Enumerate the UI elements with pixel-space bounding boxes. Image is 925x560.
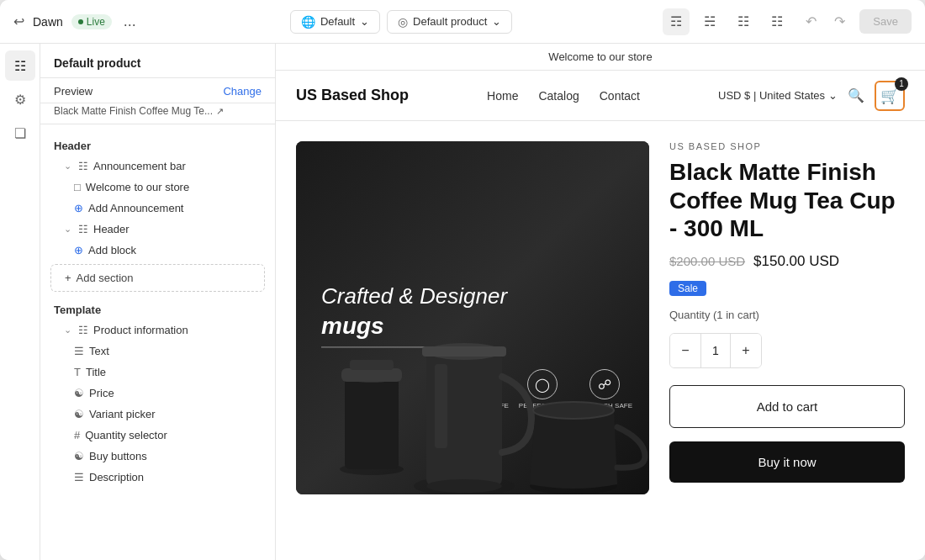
add-section-plus-icon: + xyxy=(65,272,71,284)
variant-picker-item[interactable]: ☯ Variant picker xyxy=(40,404,275,425)
browser-window: ↩ Dawn Live ... 🌐 Default ⌄ ◎ Default pr… xyxy=(0,0,925,560)
product-icon: ◎ xyxy=(398,15,408,29)
add-section-label: Add section xyxy=(77,272,134,284)
mobile-view-button[interactable]: ☷ xyxy=(730,8,757,35)
buy-buttons-item[interactable]: ☯ Buy buttons xyxy=(40,446,275,467)
add-announcement-icon: ⊕ xyxy=(74,202,83,214)
title-label: Title xyxy=(86,366,106,378)
nav-contact[interactable]: Contact xyxy=(600,89,640,103)
sale-price: $150.00 USD xyxy=(753,253,839,270)
globe-dropdown[interactable]: 🌐 Default ⌄ xyxy=(290,10,380,34)
product-dropdown[interactable]: ◎ Default product ⌄ xyxy=(387,10,512,34)
description-item[interactable]: ☰ Description xyxy=(40,467,275,488)
text-icon: ☰ xyxy=(74,345,84,357)
header-label: Header xyxy=(93,223,130,235)
svg-rect-4 xyxy=(422,346,506,357)
more-menu-button[interactable]: ... xyxy=(120,11,140,32)
add-announcement-item[interactable]: ⊕ Add Announcement xyxy=(40,198,275,219)
svg-rect-12 xyxy=(341,368,402,382)
product-info-item[interactable]: ⌄ ☷ Product information xyxy=(40,320,275,341)
add-block-icon: ⊕ xyxy=(74,244,83,256)
price-item[interactable]: ☯ Price xyxy=(40,383,275,404)
product-details: US BASED SHOP Black Matte Finish Coffee … xyxy=(669,141,905,540)
external-link-icon[interactable]: ↗ xyxy=(216,106,224,117)
save-button[interactable]: Save xyxy=(859,9,912,34)
top-bar: ↩ Dawn Live ... 🌐 Default ⌄ ◎ Default pr… xyxy=(0,0,925,44)
apps-icon[interactable]: ❏ xyxy=(5,118,35,148)
more-view-button[interactable]: ☷ xyxy=(764,8,790,35)
left-panel-title: Default product xyxy=(54,56,140,70)
redo-button[interactable]: ↷ xyxy=(826,8,853,35)
preview-area: Welcome to our store US Based Shop Home … xyxy=(276,44,925,560)
product-image-bg: Crafted & Designer mugs ⛇ MICROWAVE SAFE xyxy=(296,141,649,494)
quantity-label: Quantity (1 in cart) xyxy=(669,309,905,321)
price-icon: ☯ xyxy=(74,387,84,399)
store-right: USD $ | United States ⌄ 🔍 🛒 1 xyxy=(718,81,905,111)
shop-label: US BASED SHOP xyxy=(669,141,905,151)
variant-picker-label: Variant picker xyxy=(89,408,156,420)
buy-buttons-label: Buy buttons xyxy=(89,450,147,462)
price-label: Price xyxy=(89,387,114,399)
header-chevron-icon: ⌄ xyxy=(64,224,71,235)
add-section-button[interactable]: + Add section xyxy=(50,264,265,292)
top-bar-right: ☶ ☵ ☷ ☷ ↶ ↷ Save xyxy=(663,8,912,35)
quantity-selector-item[interactable]: # Quantity selector xyxy=(40,425,275,446)
icon-bar: ☷ ⚙ ❏ xyxy=(0,44,40,560)
description-label: Description xyxy=(89,471,144,483)
buy-now-button[interactable]: Buy it now xyxy=(669,441,905,483)
undo-button[interactable]: ↶ xyxy=(797,8,824,35)
svg-rect-10 xyxy=(345,377,399,469)
add-block-label: Add block xyxy=(88,244,136,256)
quantity-selector: − 1 + xyxy=(669,333,762,368)
search-button[interactable]: 🔍 xyxy=(848,87,864,103)
quantity-value: 1 xyxy=(700,334,731,367)
announcement-bar-label: Announcement bar xyxy=(93,160,186,172)
quantity-selector-label: Quantity selector xyxy=(85,429,167,441)
variant-picker-icon: ☯ xyxy=(74,408,84,420)
quantity-increase-button[interactable]: + xyxy=(731,334,761,367)
chevron-icon: ⌄ xyxy=(64,161,71,172)
undo-redo-group: ↶ ↷ xyxy=(797,8,853,35)
left-panel-scroll[interactable]: Header ⌄ ☷ Announcement bar □ Welcome to… xyxy=(40,124,275,560)
top-bar-center: 🌐 Default ⌄ ◎ Default product ⌄ xyxy=(150,10,653,34)
original-price: $200.00 USD xyxy=(669,254,745,268)
product-info-icon: ☷ xyxy=(78,324,88,336)
header-item[interactable]: ⌄ ☷ Header xyxy=(40,219,275,240)
announcement-bar-item[interactable]: ⌄ ☷ Announcement bar xyxy=(40,156,275,177)
welcome-item[interactable]: □ Welcome to our store xyxy=(40,177,275,198)
cart-badge: 1 xyxy=(895,77,908,91)
tablet-view-button[interactable]: ☵ xyxy=(696,8,723,35)
live-badge: Live xyxy=(71,14,112,29)
text-item[interactable]: ☰ Text xyxy=(40,341,275,362)
preview-sub: Black Matte Finish Coffee Mug Te... ↗ xyxy=(40,103,275,124)
globe-icon: 🌐 xyxy=(301,15,315,29)
announcement-bar: Welcome to our store xyxy=(276,44,925,71)
settings-icon[interactable]: ⚙ xyxy=(5,84,35,114)
preview-sub-text: Black Matte Finish Coffee Mug Te... xyxy=(54,105,213,117)
announcement-bar-icon: ☷ xyxy=(78,160,88,172)
currency-selector[interactable]: USD $ | United States ⌄ xyxy=(718,89,838,102)
price-row: $200.00 USD $150.00 USD xyxy=(669,253,905,270)
top-bar-left: ↩ Dawn Live ... xyxy=(13,11,140,32)
nav-catalog[interactable]: Catalog xyxy=(538,89,579,103)
sections-icon[interactable]: ☷ xyxy=(5,50,35,81)
welcome-label: Welcome to our store xyxy=(86,181,189,193)
title-item[interactable]: T Title xyxy=(40,362,275,383)
desktop-view-button[interactable]: ☶ xyxy=(663,8,690,35)
mug-svg xyxy=(296,242,649,494)
svg-rect-13 xyxy=(350,360,394,370)
add-to-cart-button[interactable]: Add to cart xyxy=(669,385,905,428)
left-panel-header: Default product xyxy=(40,44,275,78)
back-icon[interactable]: ↩ xyxy=(13,13,24,29)
add-block-item[interactable]: ⊕ Add block xyxy=(40,240,275,261)
cart-button[interactable]: 🛒 1 xyxy=(875,81,905,111)
nav-home[interactable]: Home xyxy=(487,89,518,103)
change-link[interactable]: Change xyxy=(223,85,262,98)
default-label: Default xyxy=(320,15,355,28)
header-section-heading: Header xyxy=(40,131,275,156)
currency-text: USD $ | United States xyxy=(718,89,825,102)
chevron-down-icon: ⌄ xyxy=(360,15,369,28)
text-label: Text xyxy=(89,345,109,357)
store-logo: US Based Shop xyxy=(296,87,409,104)
quantity-decrease-button[interactable]: − xyxy=(670,334,700,367)
